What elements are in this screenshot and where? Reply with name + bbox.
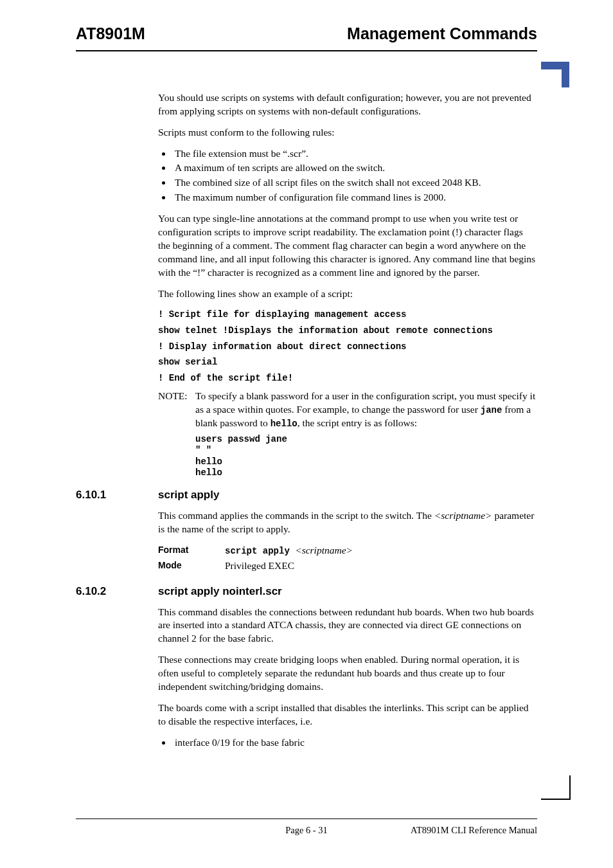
format-row: Format script apply <scriptname> — [158, 544, 537, 557]
script-line: show telnet !Displays the information ab… — [158, 325, 537, 337]
paragraph: The boards come with a script installed … — [158, 701, 537, 728]
command-arg: <scriptname> — [295, 545, 353, 556]
svg-rect-1 — [562, 62, 569, 87]
note-block: NOTE: To specify a blank password for a … — [158, 390, 537, 430]
def-label: Mode — [158, 559, 225, 573]
page-footer: Page 6 - 31 AT8901M CLI Reference Manual — [76, 818, 537, 837]
section-number: 6.10.1 — [76, 488, 158, 503]
interface-list: interface 0/19 for the base fabric — [158, 736, 537, 750]
script-line: ! Script file for displaying management … — [158, 309, 537, 321]
section-title: script apply nointerl.scr — [158, 584, 282, 599]
corner-ornament-top — [541, 62, 573, 90]
paragraph: This command applies the commands in the… — [158, 509, 537, 536]
def-label: Format — [158, 544, 225, 557]
footer-page-number: Page 6 - 31 — [76, 824, 537, 837]
note-label: NOTE: — [158, 390, 195, 430]
section-heading: 6.10.2 script apply nointerl.scr — [76, 584, 537, 599]
corner-ornament-bottom — [541, 775, 573, 804]
paragraph: You should use scripts on systems with d… — [158, 91, 537, 118]
list-item: A maximum of ten scripts are allowed on … — [172, 161, 537, 175]
body-content: You should use scripts on systems with d… — [158, 91, 537, 479]
list-item: The file extension must be “.scr”. — [172, 147, 537, 161]
note-text: , the script entry is as follows: — [298, 417, 417, 428]
header-right-title: Management Commands — [347, 23, 537, 45]
svg-rect-2 — [541, 799, 571, 800]
italic-arg: <scriptname> — [434, 510, 492, 521]
paragraph: This command disables the connections be… — [158, 606, 537, 646]
list-item: The maximum number of configuration file… — [172, 191, 537, 204]
section-title: script apply — [158, 488, 219, 503]
inline-code: hello — [271, 419, 298, 429]
mode-row: Mode Privileged EXEC — [158, 559, 537, 573]
note-body: To specify a blank password for a user i… — [195, 390, 537, 430]
note-code-block: users passwd jane " " hello hello — [195, 434, 537, 479]
paragraph: Scripts must conform to the following ru… — [158, 126, 537, 140]
section-heading: 6.10.1 script apply — [76, 488, 537, 503]
svg-rect-3 — [569, 775, 571, 800]
command-text: script apply — [225, 546, 295, 556]
paragraph: You can type single-line annotations at … — [158, 212, 537, 280]
text: This command applies the commands in the… — [158, 510, 434, 521]
def-value: Privileged EXEC — [225, 559, 537, 573]
script-line: ! Display information about direct conne… — [158, 341, 537, 353]
def-value: script apply <scriptname> — [225, 544, 537, 557]
header-left-title: AT8901M — [76, 23, 145, 45]
inline-code: jane — [481, 405, 502, 415]
script-line: ! End of the script file! — [158, 372, 537, 384]
rules-list: The file extension must be “.scr”. A max… — [158, 147, 537, 205]
section-number: 6.10.2 — [76, 584, 158, 599]
paragraph: The following lines show an example of a… — [158, 287, 537, 301]
page-header: AT8901M Management Commands — [76, 23, 537, 51]
paragraph: These connections may create bridging lo… — [158, 653, 537, 694]
list-item: The combined size of all script files on… — [172, 176, 537, 190]
list-item: interface 0/19 for the base fabric — [172, 736, 537, 750]
script-line: show serial — [158, 356, 537, 368]
